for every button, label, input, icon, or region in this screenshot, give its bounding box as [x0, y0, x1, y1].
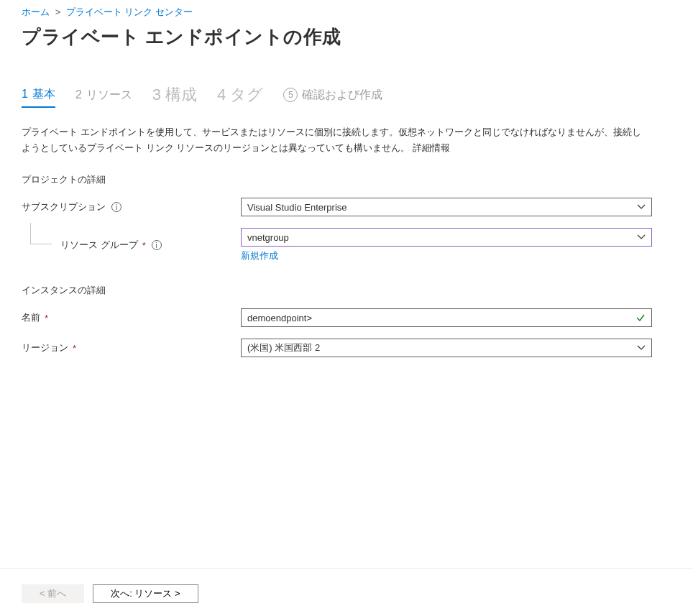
label-region: リージョン*: [22, 341, 241, 354]
chevron-down-icon: [637, 203, 646, 211]
name-value: demoendpoint>: [247, 313, 312, 323]
tab-resource-num: 2: [75, 88, 82, 101]
section-instance: インスタンスの詳細: [22, 284, 693, 297]
tab-basics-num: 1: [22, 88, 28, 101]
tab-resource-label: リソース: [86, 88, 132, 103]
breadcrumb-sep: >: [55, 6, 61, 17]
wizard-footer: < 前へ 次へ: リソース >: [0, 568, 693, 616]
next-button[interactable]: 次へ: リソース >: [93, 584, 198, 603]
row-region: リージョン* (米国) 米国西部 2: [22, 339, 693, 357]
indent-line: [30, 223, 52, 244]
label-resource-group: リソース グループ * i: [22, 239, 241, 252]
wizard-tabs: 1 基本 2 リソース 3 構成 4 タグ 5 確認および作成: [22, 84, 693, 110]
info-icon[interactable]: i: [152, 240, 162, 250]
create-new-link[interactable]: 新規作成: [241, 249, 278, 262]
resource-group-value: vnetgroup: [247, 232, 289, 243]
tab-basics-label: 基本: [32, 87, 55, 102]
tab-resource[interactable]: 2 リソース: [75, 88, 132, 107]
tab-tags[interactable]: 4 タグ: [217, 84, 263, 110]
subscription-value: Visual Studio Enterprise: [247, 202, 347, 213]
row-subscription: サブスクリプション i Visual Studio Enterprise: [22, 198, 693, 216]
tab-tags-num: 4: [217, 86, 226, 104]
tab-config[interactable]: 3 構成: [152, 84, 197, 110]
prev-button: < 前へ: [22, 584, 84, 603]
info-icon[interactable]: i: [111, 202, 121, 212]
chevron-down-icon: [637, 344, 646, 352]
tab-config-num: 3: [152, 86, 161, 104]
tab-basics[interactable]: 1 基本: [22, 87, 55, 108]
tab-config-label: 構成: [165, 84, 197, 106]
breadcrumb-home[interactable]: ホーム: [22, 6, 50, 17]
tab-review-label: 確認および作成: [302, 88, 382, 103]
name-input[interactable]: demoendpoint>: [241, 308, 652, 327]
region-value: (米国) 米国西部 2: [247, 341, 320, 354]
tab-review[interactable]: 5 確認および作成: [283, 88, 382, 107]
required-mark: *: [73, 343, 76, 354]
required-mark: *: [142, 240, 146, 251]
required-mark: *: [45, 313, 48, 323]
resource-group-select[interactable]: vnetgroup: [241, 228, 652, 247]
tab-tags-label: タグ: [230, 84, 263, 106]
label-subscription: サブスクリプション i: [22, 201, 241, 213]
subscription-select[interactable]: Visual Studio Enterprise: [241, 198, 652, 216]
tab-review-num: 5: [283, 88, 298, 102]
section-project: プロジェクトの詳細: [22, 173, 693, 186]
check-icon: [635, 313, 646, 323]
label-name: 名前 *: [22, 311, 241, 324]
row-name: 名前 * demoendpoint>: [22, 308, 693, 327]
page-title: プライベート エンドポイントの作成: [22, 24, 693, 50]
breadcrumb: ホーム > プライベート リンク センター: [22, 6, 693, 19]
chevron-down-icon: [637, 233, 646, 242]
tab-description: プライベート エンドポイントを使用して、サービスまたはリソースに個別に接続します…: [22, 124, 647, 156]
breadcrumb-link-center[interactable]: プライベート リンク センター: [66, 6, 193, 17]
region-select[interactable]: (米国) 米国西部 2: [241, 339, 652, 357]
row-resource-group: リソース グループ * i vnetgroup 新規作成: [22, 228, 693, 262]
